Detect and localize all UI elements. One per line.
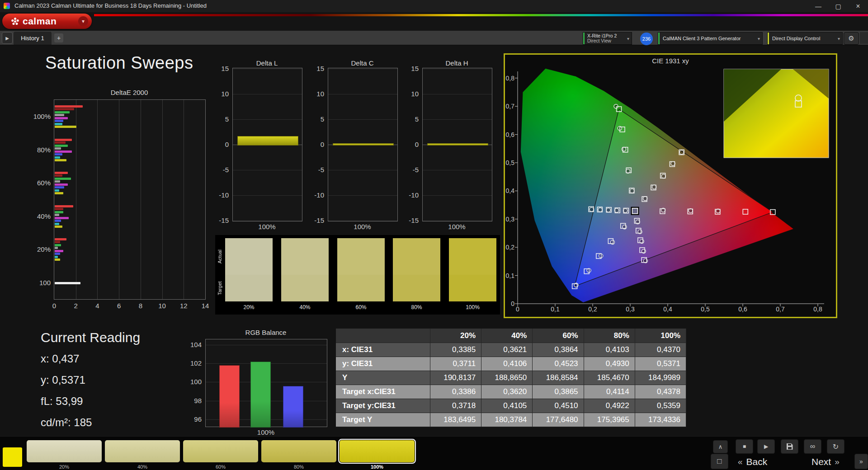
pattern-swatch[interactable]: [340, 440, 415, 462]
y-tick-label: -5: [318, 166, 324, 174]
link-button[interactable]: ∞: [804, 439, 821, 454]
y-tick-label: 15: [221, 65, 229, 72]
display-status-accent: [768, 33, 769, 44]
y-tick-label: 102: [190, 359, 202, 367]
y-tick-label: 0: [415, 141, 419, 148]
table-cell: 0,4930: [584, 357, 635, 371]
delta-c-plot-area: 151050-5-10-15: [328, 68, 398, 221]
close-button[interactable]: ×: [848, 0, 868, 12]
svg-text:0,7: 0,7: [506, 103, 515, 110]
gridline: [328, 170, 397, 170]
y-tick-label: 100: [39, 279, 51, 287]
table-cell: 173,4336: [635, 413, 686, 427]
y-tick-label: 0: [225, 141, 229, 148]
bar: [55, 180, 60, 183]
minimize-button[interactable]: —: [808, 0, 828, 12]
bar: [219, 365, 240, 428]
pattern-swatch[interactable]: [183, 440, 258, 462]
square-icon: □: [717, 457, 722, 466]
table-cell: 0,4105: [481, 399, 533, 413]
bar: [55, 153, 62, 155]
pattern-swatch[interactable]: [261, 440, 336, 462]
y-tick-label: -10: [314, 191, 324, 199]
actual-target-swatch-panel[interactable]: Actual Target 20%40%60%80%100%: [215, 235, 500, 315]
gridline: [423, 119, 492, 120]
pattern-window-button[interactable]: □: [711, 454, 728, 469]
play-button[interactable]: ▶: [757, 439, 775, 454]
table-row: y: CIE310,37110,41060,45230,49300,5371: [336, 357, 686, 371]
pattern-swatch[interactable]: [27, 440, 102, 462]
table-cell: 184,9989: [635, 371, 686, 385]
maximize-button[interactable]: ▢: [828, 0, 848, 12]
calman-menu-chevron[interactable]: ▾: [78, 16, 88, 26]
x-axis-label: 100%: [422, 223, 491, 230]
y-tick-label: -10: [219, 191, 229, 199]
stop-button[interactable]: ■: [736, 439, 753, 454]
table-cell: 0,5359: [635, 399, 686, 413]
svg-text:0,5: 0,5: [701, 306, 710, 313]
bar: [55, 123, 62, 125]
deltae-plot-area: 02468101214100%80%60%40%20%100: [54, 99, 206, 300]
measured-point: [630, 189, 634, 193]
chevrons-right-icon: »: [835, 457, 840, 467]
chart-title: Delta C: [328, 59, 397, 67]
meter-count-badge[interactable]: 236: [640, 33, 653, 45]
chevron-down-icon: ▾: [758, 36, 760, 41]
refresh-button[interactable]: ↻: [827, 439, 844, 454]
delta-c-chart[interactable]: Delta C 151050-5-10-15 100%: [328, 59, 397, 232]
calman-menu-button[interactable]: calman ▾: [2, 14, 92, 29]
svg-text:0,6: 0,6: [738, 306, 747, 313]
settings-button[interactable]: ⚙: [844, 32, 859, 45]
column-header: 100%: [635, 329, 686, 343]
table-cell: 0,4114: [584, 385, 635, 399]
deltae-2000-chart[interactable]: DeltaE 2000 02468101214100%80%60%40%20%1…: [54, 89, 205, 315]
x-tick-label: 8: [134, 302, 147, 310]
pattern-swatch-label: 40%: [105, 464, 180, 470]
column-header: 40%: [481, 329, 533, 343]
bar: [55, 214, 59, 216]
measured-point: [622, 147, 626, 151]
rgb-balance-chart[interactable]: RGB Balance 1041021009896 100%: [205, 329, 326, 435]
skip-forward-button[interactable]: »: [854, 454, 868, 469]
gridline: [423, 94, 492, 94]
table-row: Target y:CIE310,37180,41050,45100,49220,…: [336, 399, 686, 413]
delta-l-chart[interactable]: Delta L 151050-5-10-15 100%: [232, 59, 302, 232]
cie-chart-panel[interactable]: CIE 1931 xy: [504, 53, 837, 318]
app-icon: [4, 3, 10, 9]
saturation-label: 60%: [337, 304, 385, 310]
tab-history-1[interactable]: History 1: [14, 32, 52, 45]
pattern-generator-dropdown[interactable]: CalMAN Client 3 Pattern Generator ▾: [658, 32, 763, 45]
pattern-status-accent: [658, 33, 660, 44]
saturation-label: 20%: [225, 304, 273, 310]
delta-h-chart[interactable]: Delta H 151050-5-10-15 100%: [422, 59, 491, 232]
gridline: [423, 170, 492, 170]
tab-scroll-button[interactable]: ▶: [2, 32, 13, 44]
cie-diagram: 00,10,20,30,40,50,60,70,800,10,20,30,40,…: [505, 55, 835, 316]
bar: [55, 211, 63, 213]
meter-dropdown[interactable]: X-Rite i1Pro 2 Direct View ▾: [583, 32, 632, 45]
next-button[interactable]: Next »: [811, 455, 840, 469]
bar: [55, 111, 70, 113]
bar: [55, 120, 63, 122]
bar: [55, 244, 61, 246]
pattern-swatch[interactable]: [105, 440, 180, 462]
logo-strip: calman ▾: [0, 12, 868, 31]
expand-up-button[interactable]: ∧: [713, 440, 728, 453]
target-swatch: [337, 275, 385, 301]
y-tick-label: 96: [194, 415, 202, 423]
save-button[interactable]: [781, 439, 798, 454]
bar: [55, 183, 68, 186]
add-tab-button[interactable]: +: [54, 33, 63, 42]
back-button[interactable]: « Back: [738, 455, 767, 469]
table-cell: 0,4370: [635, 343, 686, 357]
x-axis-label: 100%: [205, 428, 326, 436]
layout-edge-button[interactable]: [860, 32, 868, 44]
pattern-swatch-label: 100%: [340, 464, 415, 470]
saturation-label: 40%: [281, 304, 329, 310]
table-row: Target Y183,6495180,3784177,6480175,3965…: [336, 413, 686, 427]
chevron-down-icon: ▾: [627, 36, 629, 41]
current-pattern-tile[interactable]: [3, 447, 22, 467]
display-control-dropdown[interactable]: Direct Display Control ▾: [767, 32, 843, 45]
svg-text:0,2: 0,2: [506, 244, 515, 251]
table-row: Target x:CIE310,33860,36200,38650,41140,…: [336, 385, 686, 399]
